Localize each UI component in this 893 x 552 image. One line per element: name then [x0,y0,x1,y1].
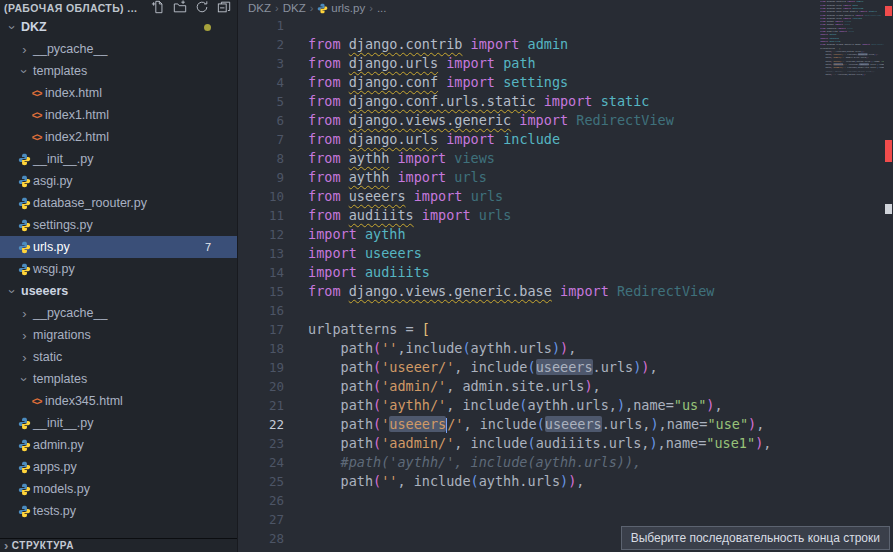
file-label: __init__.py [33,416,93,430]
tree-item-__init__.py[interactable]: __init__.py [0,148,237,170]
breadcrumb-item-DKZ[interactable]: DKZ [283,2,306,14]
tree-item-__pycache__[interactable]: ›__pycache__ [0,302,237,324]
tree-item-apps.py[interactable]: apps.py [0,456,237,478]
code-line[interactable]: 24 #path('aythh/', include(aythh.urls)), [238,453,893,472]
tree-item-__pycache__[interactable]: ›__pycache__ [0,38,237,60]
minimap[interactable]: from django.contrib import adminfrom dja… [820,0,884,552]
python-icon [16,483,33,496]
tree-item-templates[interactable]: ›templates [0,60,237,82]
code-line[interactable]: 23 path('aadmin/', include(audiiits.urls… [238,434,893,453]
breadcrumb: DKZ›DKZ›urls.py›... [238,0,893,16]
line-number: 4 [238,73,284,92]
line-content: from django.conf import settings [308,73,568,92]
line-number: 13 [238,244,284,263]
tree-item-asgi.py[interactable]: asgi.py [0,170,237,192]
breadcrumb-item-...[interactable]: ... [377,2,387,14]
tree-item-__init__.py[interactable]: __init__.py [0,412,237,434]
code-line[interactable]: 9from aythh import urls [238,168,893,187]
tree-item-database_roouter.py[interactable]: database_roouter.py [0,192,237,214]
collapse-folders-button[interactable] [216,1,231,16]
code-line[interactable]: 5from django.conf.urls.static import sta… [238,92,893,111]
code-line[interactable]: 1 [238,16,893,35]
code-line[interactable]: 16 [238,301,893,320]
code-line[interactable]: 3from django.urls import path [238,54,893,73]
new-folder-button[interactable] [172,1,187,16]
tree-item-DKZ[interactable]: ›DKZ [0,16,237,38]
chevron-right-icon: › [16,329,33,342]
tree-item-settings.py[interactable]: settings.py [0,214,237,236]
file-label: __pycache__ [33,42,107,56]
code-line[interactable]: 10from useeers import urls [238,187,893,206]
outline-section-header[interactable]: › СТРУКТУРА [0,538,238,552]
code-line[interactable]: 4from django.conf import settings [238,73,893,92]
file-label: templates [33,372,87,386]
code-line[interactable]: 18 path('',include(aythh.urls)), [238,339,893,358]
code-line[interactable]: 12import aythh [238,225,893,244]
line-number: 19 [238,358,284,377]
file-label: DKZ [21,20,47,34]
python-icon [16,153,33,166]
code-line[interactable]: 17urlpatterns = [ [238,320,893,339]
tree-item-index2.html[interactable]: <>index2.html [0,126,237,148]
line-number: 28 [238,529,284,548]
breadcrumb-label: DKZ [283,2,306,14]
breadcrumb-label: DKZ [248,2,271,14]
code-line[interactable]: 22 path('useeers/', include(useeers.urls… [238,415,893,434]
new-folder-icon [173,0,187,16]
line-number: 22 [238,415,284,434]
line-content: from django.contrib import admin [308,35,568,54]
breadcrumb-item-urls.py[interactable]: urls.py [317,2,365,14]
code-line[interactable]: 6from django.views.generic import Redire… [238,111,893,130]
code-line[interactable]: 11from audiiits import urls [238,206,893,225]
line-number: 16 [238,301,284,320]
code-line[interactable]: 2from django.contrib import admin [238,35,893,54]
python-icon [317,3,328,14]
collapse-all-icon [217,0,231,16]
line-content: from aythh import urls [308,168,487,187]
tree-item-tests.py[interactable]: tests.py [0,500,237,522]
line-number: 23 [238,434,284,453]
code-line[interactable]: 13import useeers [238,244,893,263]
code-line[interactable]: 25 path('', include(aythh.urls)), [238,472,893,491]
html-icon: <> [28,132,45,143]
code-line[interactable]: 20 path('admin/', admin.site.urls), [238,377,893,396]
file-label: database_roouter.py [33,196,147,210]
tree-item-migrations[interactable]: ›migrations [0,324,237,346]
tree-item-wsgi.py[interactable]: wsgi.py [0,258,237,280]
tree-item-urls.py[interactable]: urls.py7 [0,236,237,258]
line-number: 8 [238,149,284,168]
code-line[interactable]: 7from django.urls import include [238,130,893,149]
line-content: path('', include(aythh.urls)), [308,472,584,491]
file-label: wsgi.py [33,262,75,276]
refresh-explorer-button[interactable] [194,1,209,16]
line-content: urlpatterns = [ [308,320,430,339]
chevron-right-icon: › [4,539,9,552]
code-line[interactable]: 15from django.views.generic.base import … [238,282,893,301]
new-file-button[interactable] [150,1,165,16]
code-line[interactable]: 8from aythh import views [238,149,893,168]
tree-item-models.py[interactable]: models.py [0,478,237,500]
python-icon [16,505,33,518]
tree-item-static[interactable]: ›static [0,346,237,368]
tree-item-admin.py[interactable]: admin.py [0,434,237,456]
breadcrumb-item-DKZ[interactable]: DKZ [248,2,271,14]
line-number: 21 [238,396,284,415]
tree-item-index.html[interactable]: <>index.html [0,82,237,104]
code-line[interactable]: 26 [238,491,893,510]
code-line[interactable]: 19 path('useeer/', include(useeers.urls)… [238,358,893,377]
code-area[interactable]: 12from django.contrib import admin3from … [238,16,893,552]
code-line[interactable]: 21 path('aythh/', include(aythh.urls,),n… [238,396,893,415]
tree-item-useeers[interactable]: ›useeers [0,280,237,302]
eol-sequence-tooltip: Выберите последовательность конца строки [621,526,890,550]
tree-item-index1.html[interactable]: <>index1.html [0,104,237,126]
code-line[interactable]: 14import audiiits [238,263,893,282]
line-number: 25 [238,472,284,491]
line-content: path('',include(aythh.urls)), [308,339,576,358]
line-content: path('aythh/', include(aythh.urls,),name… [308,396,723,415]
problems-badge: 7 [205,241,211,253]
explorer-actions [150,1,231,16]
explorer-section-header[interactable]: (РАБОЧАЯ ОБЛАСТЬ) ... [0,0,237,16]
tree-item-index345.html[interactable]: <>index345.html [0,390,237,412]
overview-ruler[interactable] [884,0,893,552]
tree-item-templates[interactable]: ›templates [0,368,237,390]
